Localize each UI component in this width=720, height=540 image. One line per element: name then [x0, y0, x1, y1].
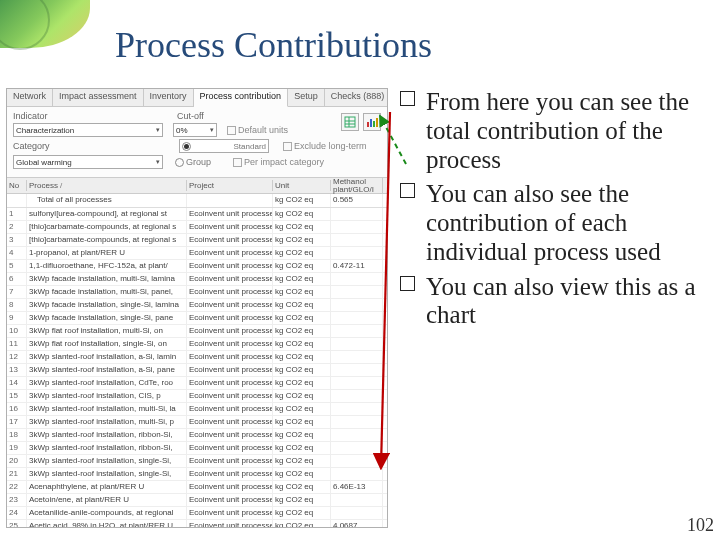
cell-no: 6	[7, 273, 27, 285]
cutoff-value: 0%	[176, 126, 188, 135]
table-row[interactable]: 153kWp slanted-roof installation, CIS, p…	[7, 390, 387, 403]
cutoff-select[interactable]: 0% ▾	[173, 123, 217, 137]
cell-unit: kg CO2 eq	[273, 468, 331, 480]
default-units-checkbox[interactable]: Default units	[227, 125, 288, 135]
cell-unit: kg CO2 eq	[273, 416, 331, 428]
table-row[interactable]: 51,1-difluoroethane, HFC-152a, at plant/…	[7, 260, 387, 273]
cell-value	[331, 442, 383, 454]
table-row[interactable]: 213kWp slanted-roof installation, single…	[7, 468, 387, 481]
per-impact-checkbox[interactable]: Per impact category	[233, 157, 324, 167]
table-row[interactable]: 24Acetanilide-anile-compounds, at region…	[7, 507, 387, 520]
cell-no: 4	[7, 247, 27, 259]
cell-value	[331, 247, 383, 259]
col-no[interactable]: No	[7, 180, 27, 191]
exclude-longterm-checkbox[interactable]: Exclude long-term	[283, 141, 367, 151]
cell-project: Ecoinvent unit processes	[187, 260, 273, 272]
bullet-list: From here you can see the total contribu…	[400, 88, 710, 336]
cell-process: 3kWp slanted-roof installation, single-S…	[27, 468, 187, 480]
table-row[interactable]: 123kWp slanted-roof installation, a-Si, …	[7, 351, 387, 364]
cell-process: 3kWp slanted-roof installation, ribbon-S…	[27, 442, 187, 454]
table-row[interactable]: 1sulfonyl[urea-compound], at regional st…	[7, 208, 387, 221]
cell-no: 24	[7, 507, 27, 519]
cell-process: sulfonyl[urea-compound], at regional st	[27, 208, 187, 220]
cell-value	[331, 390, 383, 402]
bullet-text: From here you can see the total contribu…	[426, 88, 689, 173]
bullet-square-icon	[400, 276, 415, 291]
cell-unit: kg CO2 eq	[273, 520, 331, 528]
table-row[interactable]: 193kWp slanted-roof installation, ribbon…	[7, 442, 387, 455]
col-process[interactable]: Process/	[27, 180, 187, 191]
cell-no: 11	[7, 338, 27, 350]
col-project[interactable]: Project	[187, 180, 273, 191]
cell-value	[331, 507, 383, 519]
cell-unit: kg CO2 eq	[273, 455, 331, 467]
tab-inventory[interactable]: Inventory	[144, 89, 194, 106]
cell-unit: kg CO2 eq	[273, 286, 331, 298]
cell-unit: kg CO2 eq	[273, 494, 331, 506]
cell-no: 12	[7, 351, 27, 363]
cell-unit: kg CO2 eq	[273, 312, 331, 324]
tab-checks-888-[interactable]: Checks (888)	[325, 89, 388, 106]
cell-unit: kg CO2 eq	[273, 364, 331, 376]
category-value: Global warming	[16, 158, 72, 167]
table-row[interactable]: 23Acetoin/ene, at plant/RER UEcoinvent u…	[7, 494, 387, 507]
table-row[interactable]: 183kWp slanted-roof installation, ribbon…	[7, 429, 387, 442]
table-row[interactable]: 63kWp facade installation, multi-Si, lam…	[7, 273, 387, 286]
cell-project: Ecoinvent unit processes	[187, 455, 273, 467]
table-row[interactable]: 2[thio]carbamate-compounds, at regional …	[7, 221, 387, 234]
col-unit[interactable]: Unit	[273, 180, 331, 191]
cell-process: Acetoin/ene, at plant/RER U	[27, 494, 187, 506]
table-row[interactable]: 203kWp slanted-roof installation, single…	[7, 455, 387, 468]
cell-no: 22	[7, 481, 27, 493]
tab-impact-assessment[interactable]: Impact assessment	[53, 89, 144, 106]
cell-unit: kg CO2 eq	[273, 377, 331, 389]
cell-unit: kg CO2 eq	[273, 403, 331, 415]
cell-no: 16	[7, 403, 27, 415]
table-row[interactable]: 173kWp slanted-roof installation, multi-…	[7, 416, 387, 429]
totals-row: Total of all processes kg CO2 eq 0.565	[7, 194, 387, 208]
cell-project: Ecoinvent unit processes	[187, 221, 273, 233]
col-product[interactable]: Methanolplant/GLO/I	[331, 177, 383, 195]
table-row[interactable]: 133kWp slanted-roof installation, a-Si, …	[7, 364, 387, 377]
cell-value	[331, 221, 383, 233]
bullet-item: You can also see the contribution of eac…	[400, 180, 710, 266]
cell-value: 6.46E-13	[331, 481, 383, 493]
chart-view-button[interactable]	[363, 113, 381, 131]
table-view-button[interactable]	[341, 113, 359, 131]
tab-network[interactable]: Network	[7, 89, 53, 106]
totals-value: 0.565	[331, 194, 383, 207]
cell-project: Ecoinvent unit processes	[187, 520, 273, 528]
table-row[interactable]: 22Acenaphthylene, at plant/RER UEcoinven…	[7, 481, 387, 494]
cell-no: 8	[7, 299, 27, 311]
cell-unit: kg CO2 eq	[273, 299, 331, 311]
cell-process: 3kWp slanted-roof installation, CdTe, ro…	[27, 377, 187, 389]
table-row[interactable]: 93kWp facade installation, single-Si, pa…	[7, 312, 387, 325]
cell-value	[331, 312, 383, 324]
cell-no: 21	[7, 468, 27, 480]
radio-standard[interactable]: Standard	[179, 139, 269, 153]
table-row[interactable]: 41-propanol, at plant/RER UEcoinvent uni…	[7, 247, 387, 260]
indicator-value: Characterization	[16, 126, 74, 135]
indicator-select[interactable]: Characterization ▾	[13, 123, 163, 137]
table-row[interactable]: 83kWp facade installation, single-Si, la…	[7, 299, 387, 312]
tab-process-contribution[interactable]: Process contribution	[194, 89, 289, 107]
cell-unit: kg CO2 eq	[273, 221, 331, 233]
cell-process: Acenaphthylene, at plant/RER U	[27, 481, 187, 493]
cell-value	[331, 299, 383, 311]
table-row[interactable]: 113kWp flat roof installation, single-Si…	[7, 338, 387, 351]
category-select[interactable]: Global warming ▾	[13, 155, 163, 169]
table-row[interactable]: 25Acetic acid, 98% in H2O, at plant/RER …	[7, 520, 387, 528]
cell-value	[331, 234, 383, 246]
table-row[interactable]: 143kWp slanted-roof installation, CdTe, …	[7, 377, 387, 390]
table-row[interactable]: 163kWp slanted-roof installation, multi-…	[7, 403, 387, 416]
cell-project: Ecoinvent unit processes	[187, 468, 273, 480]
chevron-down-icon: ▾	[210, 126, 214, 134]
table-row[interactable]: 3[thio]carbamate-compounds, at regional …	[7, 234, 387, 247]
table-row[interactable]: 73kWp facade installation, multi-Si, pan…	[7, 286, 387, 299]
cell-value	[331, 208, 383, 220]
radio-group[interactable]: Group	[175, 157, 211, 167]
cell-process: [thio]carbamate-compounds, at regional s	[27, 234, 187, 246]
table-row[interactable]: 103kWp flat roof installation, multi-Si,…	[7, 325, 387, 338]
cell-unit: kg CO2 eq	[273, 325, 331, 337]
tab-setup[interactable]: Setup	[288, 89, 325, 106]
